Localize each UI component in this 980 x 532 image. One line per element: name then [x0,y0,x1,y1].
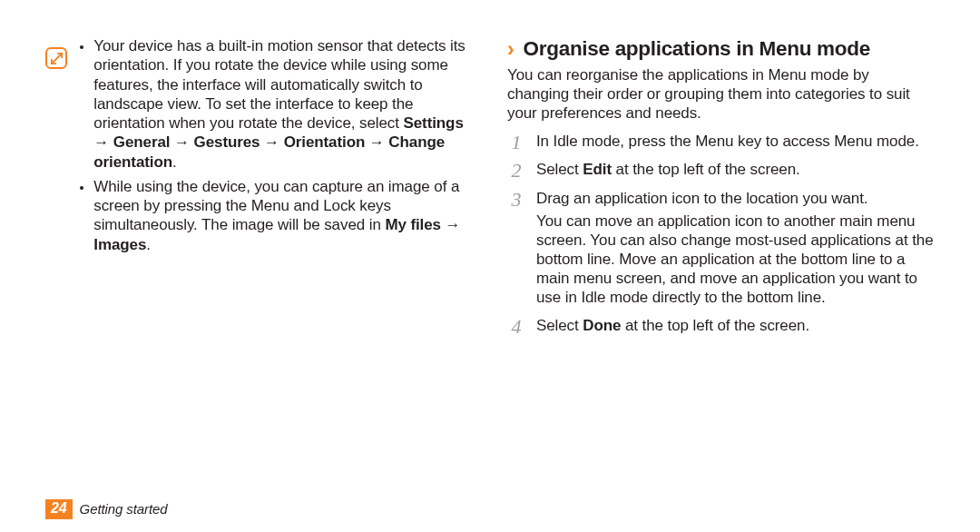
step-body: Drag an application icon to the location… [536,189,935,310]
step-body: In Idle mode, press the Menu key to acce… [536,132,935,154]
step-number: 4 [507,317,525,340]
step: 4Select Done at the top left of the scre… [507,316,935,339]
step-body: Select Done at the top left of the scree… [536,316,935,339]
note-list: Your device has a built-in motion sensor… [80,36,473,260]
intro-paragraph: You can reorganise the applications in M… [507,65,935,123]
right-column: › Organise applications in Menu mode You… [507,36,935,344]
step-number: 1 [507,133,525,155]
step-number: 3 [507,190,525,311]
page-footer: 24 Getting started [45,499,168,519]
section-heading: › Organise applications in Menu mode [507,36,935,62]
step-number: 2 [507,161,525,183]
step-body: Select Edit at the top left of the scree… [536,160,935,182]
chapter-name: Getting started [80,501,168,518]
note-block: Your device has a built-in motion sensor… [45,36,473,260]
step: 1In Idle mode, press the Menu key to acc… [507,132,935,154]
heading-text: Organise applications in Menu mode [524,36,870,62]
note-icon [45,47,67,69]
chevron-icon: › [507,39,514,60]
left-column: Your device has a built-in motion sensor… [45,36,473,344]
steps-list: 1In Idle mode, press the Menu key to acc… [507,132,935,339]
note-item: Your device has a built-in motion sensor… [93,36,473,172]
note-item: While using the device, you can capture … [93,177,473,254]
page-number: 24 [45,499,73,519]
step: 3Drag an application icon to the locatio… [507,189,935,310]
step: 2Select Edit at the top left of the scre… [507,160,935,182]
